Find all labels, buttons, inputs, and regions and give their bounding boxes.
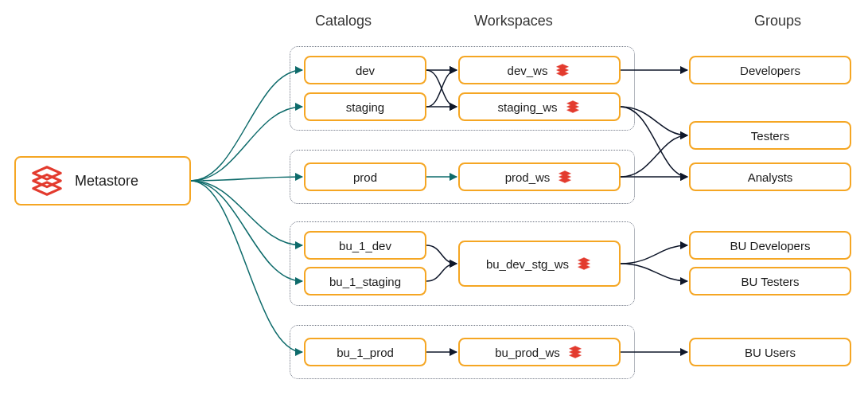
databricks-icon	[554, 61, 571, 79]
catalog-staging: staging	[304, 92, 426, 121]
databricks-icon	[564, 98, 582, 115]
group-bu-testers-label: BU Testers	[741, 275, 799, 288]
group-bu-developers: BU Developers	[689, 231, 851, 260]
databricks-icon	[575, 255, 593, 272]
catalog-bu-1-staging: bu_1_staging	[304, 267, 426, 295]
catalog-bu-1-dev-label: bu_1_dev	[339, 239, 391, 252]
group-bu-users-label: BU Users	[745, 346, 796, 359]
metastore-label: Metastore	[75, 173, 138, 190]
column-header-groups: Groups	[754, 13, 801, 29]
catalog-bu-1-prod-label: bu_1_prod	[337, 346, 394, 359]
catalog-dev: dev	[304, 56, 426, 84]
databricks-icon	[566, 343, 584, 361]
column-header-workspaces: Workspaces	[474, 13, 553, 29]
column-header-catalogs: Catalogs	[315, 13, 372, 29]
workspace-prod-ws: prod_ws	[458, 162, 621, 191]
workspace-bu-dev-stg-ws: bu_dev_stg_ws	[458, 241, 621, 287]
workspace-dev-ws: dev_ws	[458, 56, 621, 84]
databricks-icon	[29, 162, 65, 199]
catalog-bu-1-staging-label: bu_1_staging	[329, 275, 401, 288]
catalog-prod: prod	[304, 162, 426, 191]
catalog-dev-label: dev	[356, 64, 375, 77]
catalog-staging-label: staging	[346, 100, 384, 114]
group-bu-developers-label: BU Developers	[730, 239, 811, 252]
metastore-node: Metastore	[14, 156, 191, 205]
workspace-bu-dev-stg-ws-label: bu_dev_stg_ws	[486, 257, 569, 271]
workspace-staging-ws-label: staging_ws	[497, 100, 557, 114]
catalog-prod-label: prod	[353, 170, 377, 184]
catalog-bu-1-dev: bu_1_dev	[304, 231, 426, 260]
diagram-stage: Catalogs Workspaces Groups	[0, 0, 868, 407]
workspace-dev-ws-label: dev_ws	[508, 64, 548, 77]
group-testers: Testers	[689, 121, 851, 150]
group-bu-users: BU Users	[689, 338, 851, 366]
group-testers-label: Testers	[751, 129, 789, 143]
group-developers-label: Developers	[740, 64, 800, 77]
group-analysts: Analysts	[689, 162, 851, 191]
workspace-bu-prod-ws: bu_prod_ws	[458, 338, 621, 366]
catalog-bu-1-prod: bu_1_prod	[304, 338, 426, 366]
group-developers: Developers	[689, 56, 851, 84]
workspace-staging-ws: staging_ws	[458, 92, 621, 121]
workspace-prod-ws-label: prod_ws	[505, 170, 551, 184]
databricks-icon	[556, 168, 574, 186]
group-analysts-label: Analysts	[748, 170, 793, 184]
group-bu-testers: BU Testers	[689, 267, 851, 295]
workspace-bu-prod-ws-label: bu_prod_ws	[495, 346, 560, 359]
